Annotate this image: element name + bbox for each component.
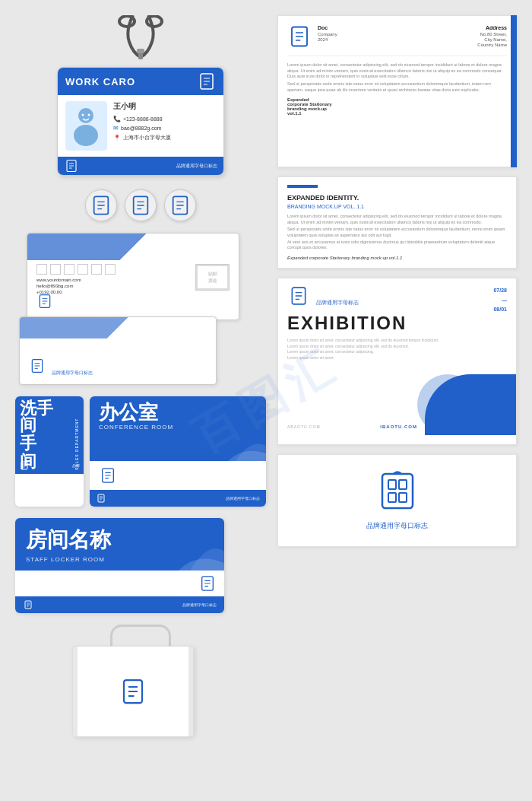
envelope-back: www.yourdomain.com hello@893bg.com +0192… bbox=[27, 233, 239, 320]
exhibition-poster: 品牌通用字母标志 EXHIBITION 07/28 — 08/01 Lorem … bbox=[277, 278, 517, 445]
lh-address-right: Address No.80 Street, City Name, Country… bbox=[477, 25, 507, 48]
svg-point-7 bbox=[82, 113, 84, 116]
svg-rect-23 bbox=[382, 474, 413, 508]
badge-logo-1 bbox=[90, 195, 112, 216]
ep-graphic-area: ABAOTU.COM IBAOTU.COM bbox=[278, 367, 516, 435]
lh-right-bar bbox=[511, 15, 517, 167]
ep-logo-area: 品牌通用字母标志 bbox=[287, 286, 469, 309]
ep-text-2: Lorem ipsum dolor sit amet, consectetur … bbox=[287, 344, 507, 348]
tote-body bbox=[72, 646, 194, 737]
lh-year: 2024 bbox=[318, 37, 477, 42]
svg-rect-24 bbox=[388, 480, 396, 489]
work-card: WORK CARO bbox=[57, 67, 224, 176]
badges-row bbox=[15, 189, 266, 221]
svg-point-0 bbox=[119, 16, 135, 27]
room-sign-footer-text: 品牌通用字母口标志 bbox=[182, 602, 217, 607]
lh-logo bbox=[287, 25, 312, 51]
tote-bag bbox=[72, 625, 209, 737]
sign-office-footer: 品牌通用字母口标志 bbox=[90, 490, 266, 507]
bm-subtitle: BRANDING MOCK.UP VOL. 1.1 bbox=[287, 204, 507, 209]
lh-header: Doc Company 2024 Address No.80 Street, C… bbox=[287, 25, 507, 56]
svg-rect-3 bbox=[137, 49, 144, 53]
ep-date: 07/28 — 08/01 bbox=[469, 286, 507, 315]
svg-point-5 bbox=[78, 108, 93, 123]
tote-left-fold bbox=[73, 647, 78, 736]
tote-logo bbox=[118, 678, 148, 705]
addr-box-4 bbox=[78, 264, 88, 275]
addr-box-1 bbox=[36, 264, 47, 275]
sign-washroom-en: SALES DEPARTMENT bbox=[74, 400, 79, 470]
badge-logo-2 bbox=[130, 195, 151, 216]
lh-body-text-2: Sed ut perspiciatis unde omnis iste natu… bbox=[287, 81, 507, 93]
svg-rect-27 bbox=[399, 493, 407, 502]
work-card-body: 王小明 📞 +123-8888-8888 ✉ bao@8882g.com 📍 上… bbox=[58, 95, 223, 157]
room-sign: 房间名称 STAFF LOCKER ROOM 品牌通用字母口标志 bbox=[15, 518, 224, 613]
svg-point-8 bbox=[88, 113, 90, 116]
right-column: Doc Company 2024 Address No.80 Street, C… bbox=[277, 15, 517, 547]
envelope-address: www.yourdomain.com hello@893bg.com +0192… bbox=[36, 264, 193, 296]
card-phone: 📞 +123-8888-8888 bbox=[113, 116, 216, 122]
ep-top: 品牌通用字母标志 EXHIBITION 07/28 — 08/01 bbox=[278, 278, 516, 338]
lh-doc-label: Doc bbox=[318, 25, 477, 30]
addr-box-6 bbox=[105, 264, 116, 275]
ep-bottom-right: IBAOTU.COM bbox=[380, 424, 417, 429]
sign-office-body bbox=[90, 461, 266, 490]
letterhead: Doc Company 2024 Address No.80 Street, C… bbox=[277, 15, 517, 167]
envelope-front-flap bbox=[20, 317, 216, 339]
addr-box-2 bbox=[50, 264, 61, 275]
lh-body-bold: Expandedcorporate Stationarybranding moc… bbox=[287, 97, 507, 116]
card-name: 王小明 bbox=[113, 101, 216, 112]
letterhead-wrapper: Doc Company 2024 Address No.80 Street, C… bbox=[277, 15, 517, 167]
bm-body-2: Sed ut perspiciatis unde omnis iste natu… bbox=[287, 227, 507, 238]
work-card-logo bbox=[198, 72, 216, 91]
envelope-logo bbox=[36, 294, 53, 312]
room-sign-deco bbox=[179, 536, 224, 571]
ep-bottom-left: ABAOTU.COM bbox=[287, 424, 321, 429]
bm-title: EXPANDED IDENTITY. bbox=[287, 194, 507, 202]
brand-logo-box: 品牌通用字母口标志 bbox=[277, 454, 517, 547]
avatar bbox=[65, 101, 107, 151]
envelope-front-group: 品牌通用字母口标志 bbox=[19, 316, 266, 385]
addr-box-3 bbox=[64, 264, 74, 275]
sign-washroom-title: 洗手间 bbox=[20, 400, 68, 434]
brand-logo-text: 品牌通用字母口标志 bbox=[293, 521, 501, 531]
sign-washroom: 洗手间 手 间 SALES DEPARTMENT 品牌 bbox=[15, 396, 84, 507]
svg-rect-26 bbox=[388, 493, 396, 502]
bm-body-3: At vero eos et accusamus et iusto odio d… bbox=[287, 240, 507, 251]
ep-text-lines: Lorem ipsum dolor sit amet, consectetur … bbox=[278, 338, 516, 367]
work-card-header: WORK CARO bbox=[58, 68, 223, 95]
envelope-flap bbox=[27, 234, 239, 260]
badge-1 bbox=[85, 189, 117, 221]
badge-logo-3 bbox=[169, 195, 191, 216]
card-footer-logo bbox=[64, 159, 79, 173]
lh-company: Company bbox=[318, 32, 477, 37]
stamp-inner: 贴邮票处 bbox=[196, 265, 229, 290]
card-email: ✉ bao@8882g.com bbox=[113, 125, 216, 132]
badge-2 bbox=[125, 189, 157, 221]
sign-office-header: 办公室 CONFERENCE ROOM bbox=[90, 396, 266, 461]
sign-office-logo bbox=[99, 467, 117, 484]
work-card-footer: 品牌通用字母口标志 bbox=[58, 157, 223, 175]
room-sign-logo bbox=[198, 575, 217, 592]
tote-handle bbox=[110, 625, 171, 646]
card-footer-text: 品牌通用字母口标志 bbox=[176, 163, 217, 170]
sign-deco-1 bbox=[228, 431, 266, 461]
addr-box-5 bbox=[91, 264, 102, 275]
lanyard-area bbox=[15, 15, 266, 61]
bm-bottom-line: Expanded corporate Stationary branding m… bbox=[287, 256, 507, 260]
ep-logo-text: 品牌通用字母标志 bbox=[316, 300, 359, 305]
left-column: WORK CARO bbox=[15, 15, 266, 737]
ep-website-right: IBAOTU.COM bbox=[380, 424, 417, 429]
card-address: 📍 上海市小台字母大厦 bbox=[113, 134, 216, 141]
ep-text-3: Lorem ipsum dolor sit amet, consectetur … bbox=[287, 349, 507, 354]
svg-point-6 bbox=[74, 125, 98, 146]
brand-mockup: EXPANDED IDENTITY. BRANDING MOCK.UP VOL.… bbox=[277, 176, 517, 269]
sign-office-footer-text: 品牌通用字母口标志 bbox=[226, 496, 260, 501]
room-sign-body bbox=[15, 571, 224, 596]
sign-washroom-header: 洗手间 手 间 SALES DEPARTMENT bbox=[15, 396, 84, 457]
envelope-text-3: +0192.00.00 bbox=[36, 290, 193, 294]
address-boxes bbox=[36, 264, 193, 275]
lanyard-icon bbox=[110, 15, 171, 61]
envelope-front: 品牌通用字母口标志 bbox=[19, 316, 217, 385]
badge-3 bbox=[164, 189, 196, 221]
